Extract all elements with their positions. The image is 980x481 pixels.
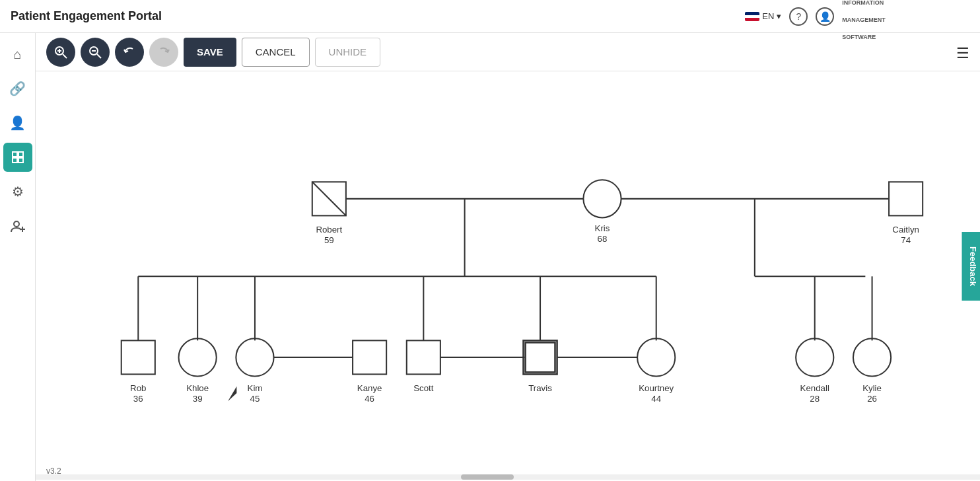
zoom-in-button[interactable] — [46, 38, 75, 67]
header-right: EN ▾ ? 👤 TrakGeneCLINICAL GENETICSINFORM… — [745, 0, 969, 51]
svg-rect-2 — [13, 158, 17, 163]
svg-text:44: 44 — [651, 394, 661, 404]
scrollbar[interactable] — [36, 474, 980, 480]
redo-button[interactable] — [149, 38, 178, 67]
undo-icon — [123, 46, 136, 59]
svg-text:Kim: Kim — [248, 383, 263, 393]
zoom-out-button[interactable] — [81, 38, 110, 67]
pedigree-icon — [11, 150, 25, 165]
svg-text:45: 45 — [250, 394, 260, 404]
svg-rect-44 — [353, 340, 386, 374]
svg-rect-3 — [18, 158, 23, 163]
svg-line-15 — [312, 182, 346, 215]
zoom-in-icon — [54, 46, 67, 59]
svg-text:68: 68 — [598, 234, 608, 244]
svg-point-65 — [853, 338, 891, 376]
sidebar-item-person[interactable]: 👤 — [3, 108, 32, 137]
flag-icon — [745, 12, 759, 21]
save-button[interactable]: SAVE — [184, 38, 236, 67]
svg-text:28: 28 — [810, 394, 820, 404]
svg-point-18 — [583, 180, 621, 217]
redo-icon — [157, 46, 170, 59]
svg-text:26: 26 — [867, 394, 877, 404]
svg-text:39: 39 — [193, 394, 203, 404]
svg-text:36: 36 — [133, 394, 143, 404]
lang-label: EN — [762, 11, 774, 21]
sidebar-item-pedigree[interactable] — [3, 143, 32, 172]
svg-text:Scott: Scott — [413, 383, 434, 393]
pedigree-svg: Robert 59 Kris 68 Caitlyn 74 Rob 36 Khlo… — [36, 71, 980, 461]
page-title: Patient Engagement Portal — [11, 9, 162, 23]
svg-line-12 — [97, 54, 101, 58]
svg-point-35 — [179, 338, 217, 376]
svg-text:Kris: Kris — [595, 223, 610, 233]
header: Patient Engagement Portal EN ▾ ? 👤 TrakG… — [0, 0, 980, 33]
svg-rect-31 — [122, 340, 155, 374]
svg-text:Kylie: Kylie — [862, 383, 882, 393]
lang-dropdown-icon: ▾ — [777, 11, 781, 21]
svg-point-57 — [637, 338, 675, 376]
feedback-tab[interactable]: Feedback — [962, 232, 980, 301]
unhide-button[interactable]: UNHIDE — [315, 38, 381, 67]
svg-text:Robert: Robert — [316, 225, 342, 235]
svg-line-8 — [63, 54, 67, 58]
menu-button[interactable]: ☰ — [956, 45, 969, 62]
sidebar-item-home[interactable]: ⌂ — [3, 40, 32, 69]
undo-button[interactable] — [115, 38, 144, 67]
svg-point-61 — [796, 338, 833, 376]
svg-rect-22 — [889, 182, 923, 215]
help-button[interactable]: ? — [789, 7, 808, 26]
svg-marker-40 — [228, 387, 236, 401]
logo: TrakGeneCLINICAL GENETICSINFORMATIONMANA… — [842, 0, 969, 51]
scrollbar-thumb[interactable] — [461, 474, 514, 480]
svg-text:Khloe: Khloe — [186, 383, 209, 393]
sidebar: ⌂ 🔗 👤 ⚙ — [0, 33, 36, 481]
svg-text:Kendall: Kendall — [800, 383, 829, 393]
svg-rect-0 — [13, 152, 17, 157]
logo-sub: CLINICAL GENETICSINFORMATIONMANAGEMENTSO… — [842, 0, 969, 40]
svg-text:Kanye: Kanye — [357, 383, 382, 393]
svg-text:Rob: Rob — [130, 383, 146, 393]
svg-text:46: 46 — [365, 394, 374, 404]
svg-text:Caitlyn: Caitlyn — [892, 225, 919, 235]
svg-text:Kourtney: Kourtney — [639, 383, 674, 393]
svg-text:Travis: Travis — [528, 383, 552, 393]
cancel-button[interactable]: CANCEL — [242, 38, 310, 67]
svg-text:74: 74 — [901, 235, 911, 245]
svg-rect-53 — [526, 342, 555, 372]
zoom-out-icon — [88, 46, 102, 59]
language-selector[interactable]: EN ▾ — [745, 11, 781, 21]
svg-rect-48 — [407, 340, 440, 374]
svg-text:59: 59 — [324, 235, 334, 245]
add-person-icon — [11, 219, 25, 233]
svg-rect-52 — [523, 340, 557, 374]
pedigree-canvas: Robert 59 Kris 68 Caitlyn 74 Rob 36 Khlo… — [36, 71, 980, 461]
sidebar-item-settings[interactable]: ⚙ — [3, 177, 32, 206]
account-button[interactable]: 👤 — [816, 7, 834, 26]
sidebar-item-link[interactable]: 🔗 — [3, 74, 32, 103]
sidebar-item-add-person[interactable] — [3, 211, 32, 240]
svg-point-39 — [236, 338, 273, 376]
svg-rect-1 — [18, 152, 23, 157]
svg-point-4 — [14, 221, 19, 227]
